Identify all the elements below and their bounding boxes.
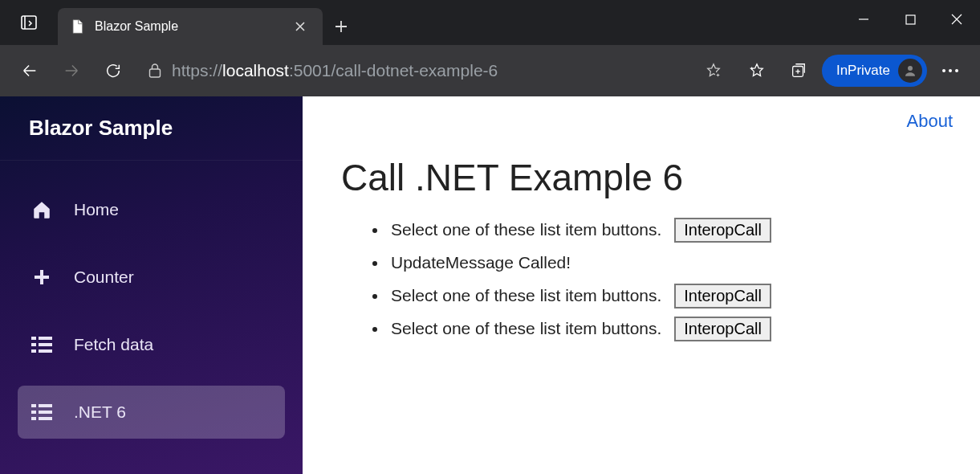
svg-rect-17: [31, 411, 36, 414]
titlebar: Blazor Sample: [0, 0, 980, 45]
sidebar-item-label: Counter: [74, 268, 134, 287]
sidebar-item--net-6[interactable]: .NET 6: [18, 386, 285, 439]
svg-rect-0: [22, 16, 36, 29]
list-item-text: Select one of these list item buttons.: [391, 286, 661, 304]
svg-rect-13: [31, 349, 36, 353]
lock-icon: [148, 63, 162, 79]
inprivate-label: InPrivate: [836, 63, 890, 79]
sidebar-item-fetch-data[interactable]: Fetch data: [18, 318, 285, 371]
list-item: Select one of these list item buttons. I…: [388, 280, 953, 313]
window-close-button[interactable]: [933, 0, 980, 39]
browser-toolbar: https://localhost:5001/call-dotnet-examp…: [0, 45, 980, 96]
minimize-icon: [858, 14, 869, 25]
refresh-icon: [104, 62, 122, 80]
minimize-button[interactable]: [840, 0, 887, 39]
collections-button[interactable]: [780, 52, 817, 89]
interop-call-button[interactable]: InteropCall: [674, 284, 771, 309]
svg-point-6: [942, 69, 945, 72]
svg-rect-15: [31, 404, 36, 407]
svg-point-5: [908, 66, 913, 71]
ellipsis-icon: [941, 68, 959, 73]
person-icon: [903, 63, 917, 78]
list-item: UpdateMessage Called!: [388, 247, 953, 280]
arrow-right-icon: [63, 62, 80, 80]
sidebar-item-label: Home: [74, 200, 119, 219]
sidebar-item-label: Fetch data: [74, 335, 153, 354]
close-icon: [295, 21, 306, 32]
svg-rect-14: [39, 349, 52, 353]
page-favicon-icon: [69, 18, 85, 35]
list-item-text: Select one of these list item buttons.: [391, 319, 661, 337]
list-item-text: UpdateMessage Called!: [391, 253, 571, 272]
add-favorite-button[interactable]: [705, 62, 722, 80]
plus-icon: [30, 266, 53, 288]
list-item: Select one of these list item buttons. I…: [388, 313, 953, 345]
sidebar: Blazor Sample HomeCounterFetch data.NET …: [0, 96, 303, 474]
collections-icon: [790, 62, 807, 80]
url-scheme: https://: [172, 61, 222, 80]
tab-close-button[interactable]: [289, 15, 311, 38]
svg-point-7: [949, 69, 952, 72]
sidebar-item-home[interactable]: Home: [18, 183, 285, 236]
sidebar-item-counter[interactable]: Counter: [18, 251, 285, 304]
window-controls: [840, 0, 980, 45]
page: Blazor Sample HomeCounterFetch data.NET …: [0, 96, 980, 474]
list-icon: [30, 401, 53, 423]
list-item: Select one of these list item buttons. I…: [388, 214, 953, 247]
forward-button[interactable]: [53, 52, 90, 89]
address-bar[interactable]: https://localhost:5001/call-dotnet-examp…: [136, 52, 734, 89]
interop-call-button[interactable]: InteropCall: [674, 218, 771, 243]
more-button[interactable]: [932, 52, 969, 89]
content-topbar: About: [341, 111, 953, 132]
site-info-button[interactable]: [148, 63, 162, 79]
browser-tab[interactable]: Blazor Sample: [58, 8, 323, 45]
sidebar-nav: HomeCounterFetch data.NET 6: [0, 161, 303, 439]
list-icon: [30, 333, 53, 356]
back-button[interactable]: [11, 52, 48, 89]
url-text: https://localhost:5001/call-dotnet-examp…: [172, 61, 498, 80]
close-icon: [951, 14, 962, 25]
inprivate-indicator[interactable]: InPrivate: [822, 55, 927, 87]
star-icon: [748, 62, 766, 80]
svg-rect-1: [906, 15, 915, 24]
svg-rect-12: [39, 343, 52, 346]
svg-rect-19: [31, 417, 36, 420]
tab-actions-icon: [19, 13, 39, 32]
new-tab-button[interactable]: [323, 8, 360, 45]
list-item-text: Select one of these list item buttons.: [391, 220, 661, 239]
svg-rect-18: [39, 411, 52, 414]
profile-avatar: [898, 59, 922, 83]
main-content: About Call .NET Example 6 Select one of …: [303, 96, 980, 474]
svg-rect-2: [150, 69, 161, 77]
star-plus-icon: [705, 62, 722, 80]
url-path: :5001/call-dotnet-example-6: [289, 61, 498, 80]
item-list: Select one of these list item buttons. I…: [341, 214, 953, 345]
page-title: Call .NET Example 6: [341, 156, 953, 199]
url-host: localhost: [222, 61, 289, 80]
svg-rect-16: [39, 404, 52, 407]
plus-icon: [335, 20, 348, 33]
arrow-left-icon: [21, 62, 39, 80]
favorites-button[interactable]: [738, 52, 775, 89]
sidebar-item-label: .NET 6: [74, 402, 126, 422]
refresh-button[interactable]: [95, 52, 132, 89]
svg-rect-9: [31, 337, 36, 340]
about-link[interactable]: About: [907, 111, 954, 132]
browser-chrome: Blazor Sample: [0, 0, 980, 96]
brand-title: Blazor Sample: [0, 96, 303, 161]
maximize-icon: [905, 14, 916, 25]
svg-point-8: [955, 69, 958, 72]
tab-actions-button[interactable]: [0, 0, 58, 45]
maximize-button[interactable]: [887, 0, 933, 39]
home-icon: [30, 198, 53, 221]
interop-call-button[interactable]: InteropCall: [674, 317, 771, 341]
tab-title: Blazor Sample: [95, 19, 289, 34]
svg-rect-10: [39, 337, 52, 340]
svg-rect-20: [39, 417, 52, 420]
svg-rect-11: [31, 343, 36, 346]
